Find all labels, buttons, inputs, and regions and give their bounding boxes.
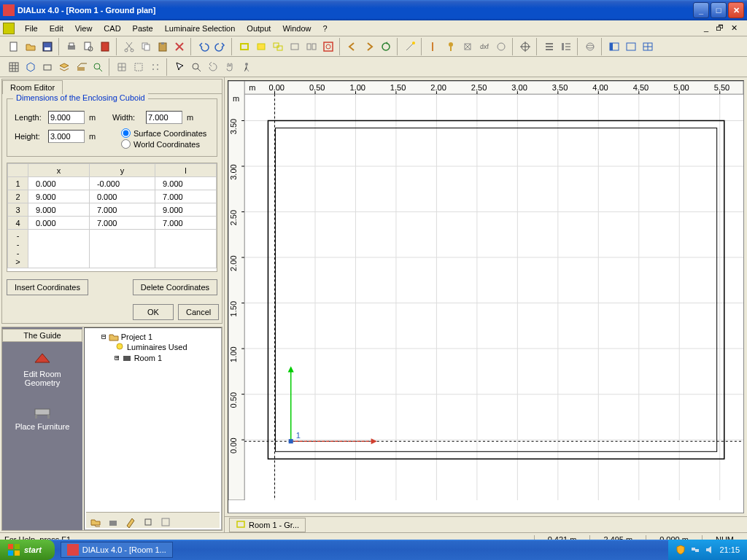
menu-file[interactable]: File — [19, 23, 44, 34]
pointer-icon[interactable] — [171, 59, 187, 75]
svg-text:1: 1 — [296, 431, 301, 440]
width-input[interactable] — [146, 111, 182, 124]
arrow-left-icon[interactable] — [344, 39, 360, 55]
minimize-button[interactable]: _ — [693, 2, 709, 18]
layout1-icon[interactable] — [606, 39, 622, 55]
system-tray[interactable]: 21:15 — [668, 540, 747, 560]
menu-window[interactable]: Window — [276, 23, 317, 34]
undo-icon[interactable] — [196, 39, 212, 55]
grid-icon[interactable] — [6, 59, 22, 75]
maximize-button[interactable]: □ — [711, 2, 727, 18]
print-icon[interactable] — [63, 39, 80, 55]
circle-icon[interactable] — [493, 39, 509, 55]
view3d-icon[interactable] — [23, 59, 39, 75]
tree-tb1-icon[interactable] — [88, 514, 104, 530]
redo-icon[interactable] — [212, 39, 228, 55]
globe-icon[interactable] — [582, 39, 598, 55]
rect-yellow2-icon[interactable] — [253, 39, 269, 55]
walk-icon[interactable] — [239, 59, 255, 75]
taskbar: start DIALux 4.0 - [Room 1... 21:15 — [0, 540, 747, 560]
new-icon[interactable] — [6, 39, 22, 55]
drawing-tab-room1[interactable]: Room 1 - Gr... — [229, 518, 306, 532]
drawing-canvas[interactable]: m m 0.000.501.001.502.002.503.003.504.00… — [228, 80, 744, 513]
rect4-icon[interactable] — [303, 39, 320, 55]
close-button[interactable]: ✕ — [728, 2, 744, 18]
menu-luminaire[interactable]: Luminaire Selection — [159, 23, 241, 34]
print-preview-icon[interactable] — [80, 39, 96, 55]
menu-output[interactable]: Output — [241, 23, 276, 34]
project-tree[interactable]: ⊟ Project 1 Luminaires Used ⊞ Room 1 — [84, 327, 222, 530]
save-icon[interactable] — [39, 39, 55, 55]
start-button[interactable]: start — [0, 540, 55, 560]
taskbar-app-button[interactable]: DIALux 4.0 - [Room 1... — [61, 542, 173, 558]
mdi-restore[interactable]: 🗗 — [713, 23, 726, 33]
list-icon[interactable] — [541, 39, 557, 55]
target-icon[interactable] — [517, 39, 533, 55]
menu-cad[interactable]: CAD — [98, 23, 126, 34]
paste-icon[interactable] — [155, 39, 171, 55]
rects-icon[interactable] — [270, 39, 286, 55]
cancel-button[interactable]: Cancel — [178, 304, 219, 320]
insert-coords-button[interactable]: Insert Coordinates — [7, 279, 88, 295]
menu-edit[interactable]: Edit — [44, 23, 69, 34]
rect-yellow-icon[interactable] — [236, 39, 252, 55]
hand-icon[interactable] — [222, 59, 238, 75]
mdi-close[interactable]: ✕ — [729, 23, 740, 33]
layers-icon[interactable] — [56, 59, 72, 75]
tool-c-icon[interactable] — [460, 39, 476, 55]
svg-point-43 — [157, 64, 158, 66]
tree-tb5-icon[interactable] — [158, 514, 174, 530]
tree-project[interactable]: ⊟ Project 1 — [99, 331, 218, 342]
layers2-icon[interactable] — [73, 59, 89, 75]
dxf-icon[interactable]: dxf — [476, 39, 492, 55]
tree-luminaires[interactable]: Luminaires Used — [112, 342, 218, 352]
rect3-icon[interactable] — [287, 39, 303, 55]
ok-button[interactable]: OK — [133, 304, 174, 320]
layout2-icon[interactable] — [623, 39, 639, 55]
search-green-icon[interactable] — [90, 59, 106, 75]
zoom-icon[interactable] — [188, 59, 204, 75]
refresh-icon[interactable] — [378, 39, 394, 55]
table-row: 29.0000.0007.000 — [8, 190, 217, 203]
tree-tb4-icon[interactable] — [140, 514, 156, 530]
menu-view[interactable]: View — [69, 23, 98, 34]
room-editor-tab[interactable]: Room Editor — [2, 80, 63, 94]
delete-coords-button[interactable]: Delete Coordinates — [133, 279, 217, 295]
tree-room[interactable]: ⊞ Room 1 — [112, 352, 218, 363]
pdf-icon[interactable] — [97, 39, 113, 55]
magnify-red-icon[interactable] — [320, 39, 336, 55]
list2-icon[interactable] — [558, 39, 574, 55]
surface-coords-radio[interactable]: Surface Coordinates — [121, 128, 206, 138]
rotate-icon[interactable] — [205, 59, 221, 75]
guide-edit-room[interactable]: Edit Room Geometry — [2, 342, 82, 394]
coord-table[interactable]: x y l 10.000-0.0009.000 29.0000.0007.000… — [7, 163, 217, 272]
height-input[interactable] — [48, 130, 85, 143]
tree-tb3-icon[interactable] — [123, 514, 139, 530]
svg-rect-52 — [123, 356, 131, 361]
svg-rect-35 — [610, 43, 613, 50]
menu-help[interactable]: ? — [317, 23, 333, 34]
copy-icon[interactable] — [138, 39, 154, 55]
svg-point-46 — [193, 63, 198, 69]
guide-place-furniture[interactable]: Place Furniture — [2, 394, 82, 438]
svg-point-29 — [498, 43, 505, 50]
world-coords-radio[interactable]: World Coordinates — [121, 139, 206, 149]
menu-paste[interactable]: Paste — [127, 23, 159, 34]
delete-icon[interactable] — [171, 39, 187, 55]
tool-b-icon[interactable] — [443, 39, 459, 55]
length-input[interactable] — [48, 111, 85, 124]
svg-rect-2 — [44, 47, 50, 50]
tree-tb2-icon[interactable] — [105, 514, 121, 530]
wand-icon[interactable] — [402, 39, 418, 55]
open-icon[interactable] — [23, 39, 39, 55]
mdi-minimize[interactable]: _ — [702, 23, 711, 33]
arrow-right-icon[interactable] — [361, 39, 377, 55]
view-side-icon[interactable] — [39, 59, 55, 75]
cut-icon[interactable] — [121, 39, 137, 55]
grid-snap2-icon[interactable] — [131, 59, 147, 75]
grid-snap-icon[interactable] — [114, 59, 130, 75]
layout3-icon[interactable] — [640, 39, 656, 55]
grid-snap3-icon[interactable] — [147, 59, 163, 75]
floor-plan-svg: m m 0.000.501.001.502.002.503.003.504.00… — [228, 81, 743, 500]
tool-a-icon[interactable] — [426, 39, 442, 55]
